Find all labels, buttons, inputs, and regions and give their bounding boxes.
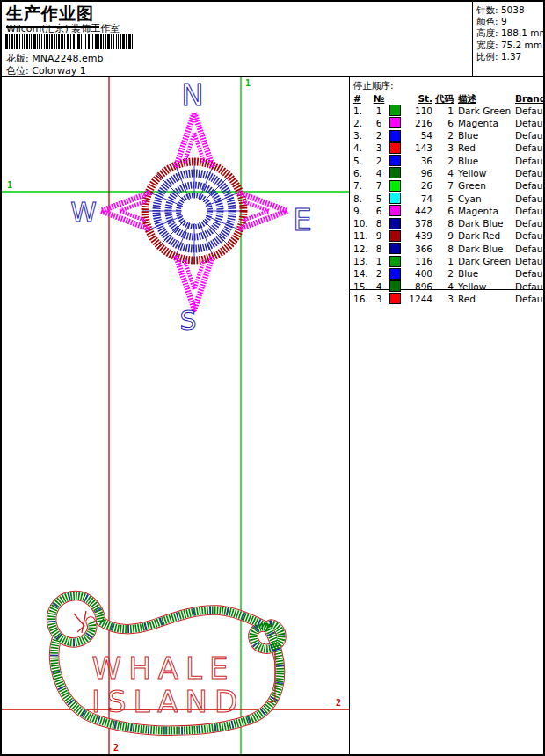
stop-brand: Default xyxy=(515,243,545,255)
color-swatch xyxy=(389,167,401,178)
design-canvas: 1 1 2 2 N W E S xyxy=(2,77,350,754)
compass-letter-e: E xyxy=(293,202,311,237)
stop-needle: 3 xyxy=(371,293,387,305)
compass-inner-ring xyxy=(178,195,210,227)
stop-row: 11. 9 439 9 Dark Red Default xyxy=(353,230,545,243)
stop-stitches: 143 xyxy=(403,142,432,155)
stop-stitches: 896 xyxy=(403,280,432,293)
stop-sequence-section: 停止顺序: # № St. 代码 描述 Brand 元素 xyxy=(350,77,543,290)
stop-row: 9. 6 442 6 Magenta Default xyxy=(353,205,545,217)
stop-needle: 2 xyxy=(371,268,387,280)
col-needle: № xyxy=(371,93,387,105)
color-swatch xyxy=(389,243,401,254)
compass-rose: N W E S xyxy=(70,77,312,336)
stop-seq: 11. xyxy=(353,230,371,243)
stop-row: 8. 5 74 5 Cyan Default xyxy=(353,193,545,205)
stop-brand: Default xyxy=(515,180,545,193)
stop-needle: 3 xyxy=(371,142,387,155)
stop-brand: Default xyxy=(515,218,545,230)
stop-seq: 2. xyxy=(353,117,371,129)
stop-seq: 3. xyxy=(353,130,371,142)
stop-code: 4 xyxy=(432,167,454,179)
stop-brand: Default xyxy=(515,142,545,155)
stop-code: 7 xyxy=(432,180,454,193)
stop-needle: 8 xyxy=(371,243,387,255)
stop-seq: 8. xyxy=(353,193,371,205)
start-marker-top: 1 xyxy=(245,78,251,88)
stop-code: 5 xyxy=(432,193,454,205)
stop-code: 2 xyxy=(432,268,454,280)
stop-code: 1 xyxy=(432,105,454,117)
stop-needle: 2 xyxy=(371,155,387,167)
stop-code: 2 xyxy=(432,155,454,167)
stop-desc: Dark Green xyxy=(454,256,515,268)
worksheet-header: 生产作业图 Wilcom(汇京) 装饰工作室 花版: MNA2248.emb 色… xyxy=(2,2,543,77)
stop-code: 1 xyxy=(432,256,454,268)
stop-desc: Red xyxy=(454,293,515,305)
stitch-count-row: 针数: 5038 xyxy=(476,4,543,16)
stop-sequence-caption: 停止顺序: xyxy=(353,80,543,92)
stop-row: 16. 3 1244 3 Red Default xyxy=(353,293,545,305)
stop-stitches: 74 xyxy=(403,193,432,205)
stop-stitches: 36 xyxy=(403,155,432,167)
col-code: 代码 xyxy=(432,93,454,105)
stop-desc: Blue xyxy=(454,268,515,280)
start-marker-left: 1 xyxy=(7,180,12,190)
stop-code: 6 xyxy=(432,205,454,217)
stop-stitches: 400 xyxy=(403,268,432,280)
color-swatch xyxy=(389,256,401,267)
stop-row: 2. 6 216 6 Magenta Default xyxy=(353,117,545,129)
end-marker-bottom: 2 xyxy=(113,743,119,752)
stop-desc: Cyan xyxy=(454,193,515,205)
stop-brand: Default xyxy=(515,256,545,268)
stop-seq: 9. xyxy=(353,205,371,217)
stop-stitches: 366 xyxy=(403,243,432,255)
stop-brand: Default xyxy=(515,293,545,305)
stop-seq: 15. xyxy=(353,280,371,293)
compass-letter-w: W xyxy=(70,197,97,228)
stop-row: 6. 4 96 4 Yellow Default xyxy=(353,167,545,179)
stop-needle: 2 xyxy=(371,130,387,142)
stop-seq: 5. xyxy=(353,155,371,167)
colorway-row: 色位: Colorway 1 xyxy=(6,64,86,77)
stop-needle: 8 xyxy=(371,218,387,230)
stop-needle: 4 xyxy=(371,280,387,293)
banner-text-line1: WHALE xyxy=(92,651,236,686)
height-row: 高度: 188.1 mm xyxy=(476,27,543,39)
stop-row: 15. 4 896 4 Yellow Default xyxy=(353,280,545,293)
stop-seq: 10. xyxy=(353,218,371,230)
stop-seq: 12. xyxy=(353,243,371,255)
stop-sequence-table: # № St. 代码 描述 Brand 元素 1. 1 110 1 Dark G… xyxy=(353,93,545,306)
stop-seq: 13. xyxy=(353,256,371,268)
stop-brand: Default xyxy=(515,130,545,142)
stop-seq: 6. xyxy=(353,167,371,179)
stop-brand: Default xyxy=(515,117,545,129)
stop-row: 13. 1 116 1 Dark Green Default xyxy=(353,256,545,268)
stop-code: 3 xyxy=(432,293,454,305)
color-swatch xyxy=(389,268,401,280)
stop-row: 7. 7 26 7 Green Default xyxy=(353,180,545,193)
color-swatch xyxy=(389,230,401,242)
color-swatch xyxy=(389,105,401,116)
stop-brand: Default xyxy=(515,205,545,217)
stop-desc: Dark Green xyxy=(454,105,515,117)
stop-code: 6 xyxy=(432,117,454,129)
stop-table-header: # № St. 代码 描述 Brand 元素 xyxy=(353,93,545,105)
color-swatch xyxy=(389,218,401,229)
stop-desc: Green xyxy=(454,180,515,193)
color-swatch xyxy=(389,117,401,128)
stop-code: 3 xyxy=(432,142,454,155)
stop-needle: 5 xyxy=(371,193,387,205)
color-swatch xyxy=(389,193,401,204)
colorway-label: 色位: xyxy=(6,65,29,76)
stop-needle: 6 xyxy=(371,117,387,129)
banner-text-line2: ISLAND xyxy=(91,684,244,719)
stop-desc: Magenta xyxy=(454,117,515,129)
width-row: 宽度: 75.2 mm xyxy=(476,40,543,51)
stop-desc: Dark Blue xyxy=(454,243,515,255)
stop-code: 2 xyxy=(432,130,454,142)
stop-desc: Dark Red xyxy=(454,230,515,243)
color-swatch xyxy=(389,293,401,304)
pattern-label: 花版: xyxy=(6,53,29,64)
col-stitches: St. xyxy=(403,93,432,105)
